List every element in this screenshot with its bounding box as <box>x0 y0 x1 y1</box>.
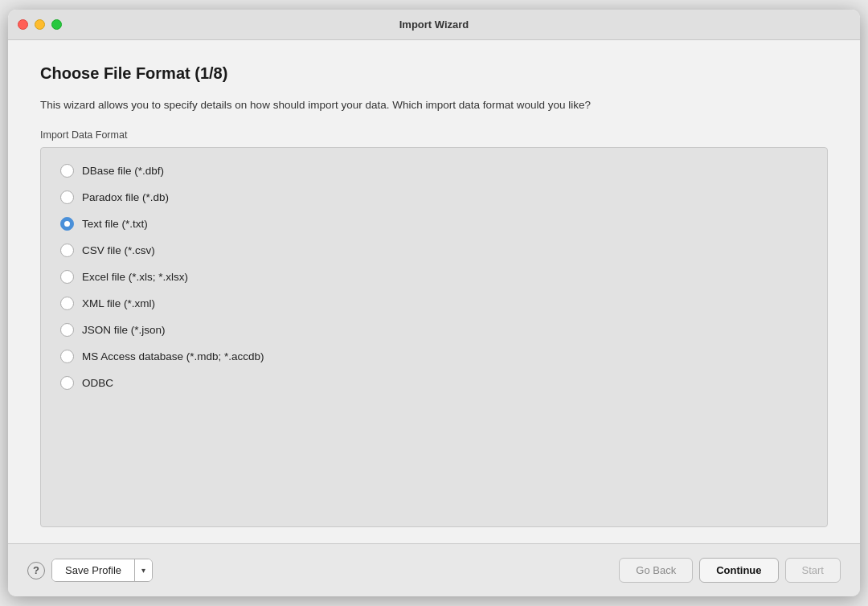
save-profile-group: Save Profile ▾ <box>51 559 153 582</box>
radio-option-csv[interactable]: CSV file (*.csv) <box>60 244 808 257</box>
radio-option-xml[interactable]: XML file (*.xml) <box>60 297 808 310</box>
help-button[interactable]: ? <box>27 562 45 579</box>
section-label: Import Data Format <box>40 129 828 141</box>
window-title: Import Wizard <box>399 18 469 31</box>
radio-outer-db <box>60 190 74 204</box>
radio-option-odbc[interactable]: ODBC <box>60 376 808 390</box>
radio-label-dbf: DBase file (*.dbf) <box>82 165 164 177</box>
radio-outer-csv <box>60 244 74 257</box>
close-button[interactable] <box>18 19 28 30</box>
radio-label-mdb: MS Access database (*.mdb; *.accdb) <box>82 350 264 362</box>
save-profile-dropdown-button[interactable]: ▾ <box>135 559 152 581</box>
radio-label-xml: XML file (*.xml) <box>82 297 155 309</box>
footer: ? Save Profile ▾ Go Back Continue Start <box>8 543 860 596</box>
continue-button[interactable]: Continue <box>699 558 778 583</box>
window-controls <box>18 19 62 30</box>
import-wizard-window: Import Wizard Choose File Format (1/8) T… <box>8 10 860 596</box>
radio-outer-json <box>60 323 74 337</box>
radio-option-mdb[interactable]: MS Access database (*.mdb; *.accdb) <box>60 350 808 363</box>
radio-outer-txt <box>60 217 74 231</box>
radio-label-txt: Text file (*.txt) <box>82 218 148 230</box>
radio-option-txt[interactable]: Text file (*.txt) <box>60 217 808 231</box>
radio-label-csv: CSV file (*.csv) <box>82 244 155 256</box>
go-back-button[interactable]: Go Back <box>619 558 693 583</box>
radio-label-db: Paradox file (*.db) <box>82 191 169 203</box>
radio-outer-xml <box>60 297 74 310</box>
radio-outer-xls <box>60 270 74 284</box>
format-options-box: DBase file (*.dbf)Paradox file (*.db)Tex… <box>40 147 828 527</box>
radio-label-odbc: ODBC <box>82 377 113 389</box>
title-bar: Import Wizard <box>8 10 860 40</box>
radio-option-db[interactable]: Paradox file (*.db) <box>60 190 808 204</box>
page-title: Choose File Format (1/8) <box>40 64 828 83</box>
radio-inner-txt <box>64 221 70 227</box>
radio-outer-dbf <box>60 164 74 178</box>
radio-option-dbf[interactable]: DBase file (*.dbf) <box>60 164 808 178</box>
radio-option-xls[interactable]: Excel file (*.xls; *.xlsx) <box>60 270 808 284</box>
main-content: Choose File Format (1/8) This wizard all… <box>8 40 860 543</box>
radio-label-xls: Excel file (*.xls; *.xlsx) <box>82 271 188 283</box>
radio-outer-mdb <box>60 350 74 363</box>
radio-outer-odbc <box>60 376 74 390</box>
radio-label-json: JSON file (*.json) <box>82 324 166 336</box>
start-button[interactable]: Start <box>785 558 841 583</box>
minimize-button[interactable] <box>35 19 45 30</box>
chevron-down-icon: ▾ <box>141 566 145 575</box>
page-description: This wizard allows you to specify detail… <box>40 97 828 113</box>
save-profile-button[interactable]: Save Profile <box>52 559 134 581</box>
maximize-button[interactable] <box>51 19 62 30</box>
radio-option-json[interactable]: JSON file (*.json) <box>60 323 808 337</box>
